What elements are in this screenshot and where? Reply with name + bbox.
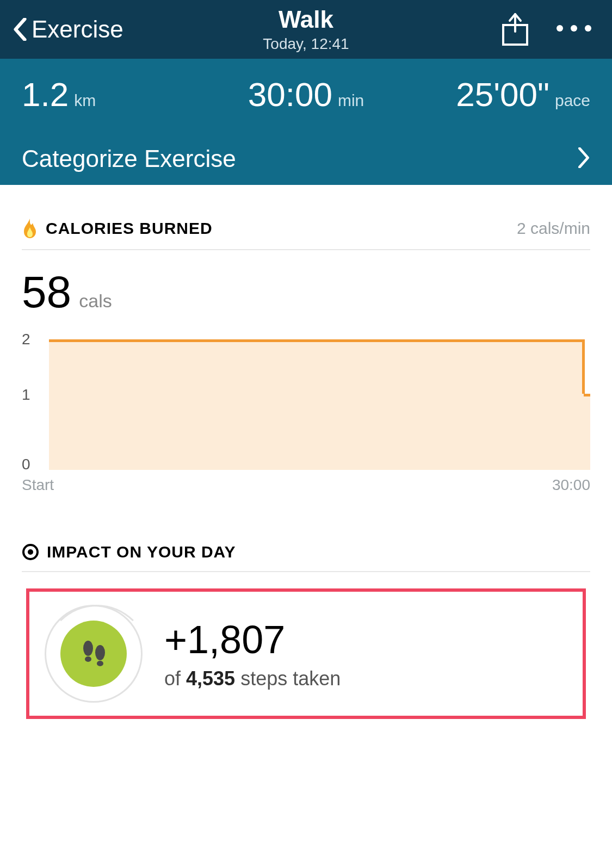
stats-row: 1.2 km 30:00 min 25'00" pace bbox=[22, 75, 590, 114]
duration-unit: min bbox=[338, 91, 364, 110]
share-button[interactable] bbox=[500, 12, 530, 47]
of-word: of bbox=[164, 667, 181, 690]
footsteps-icon bbox=[76, 636, 111, 671]
svg-point-7 bbox=[97, 661, 103, 666]
calories-chart: 2 1 0 bbox=[22, 334, 590, 470]
impact-header: IMPACT ON YOUR DAY bbox=[22, 543, 590, 572]
chevron-right-icon bbox=[577, 147, 590, 170]
categorize-label: Categorize Exercise bbox=[22, 145, 236, 172]
distance-value: 1.2 bbox=[22, 75, 69, 114]
impact-title: IMPACT ON YOUR DAY bbox=[47, 543, 236, 561]
app-header: Exercise Walk Today, 12:41 bbox=[0, 0, 612, 59]
plot-area bbox=[49, 334, 590, 470]
chart-xlabels: Start 30:00 bbox=[22, 476, 590, 494]
svg-point-6 bbox=[95, 645, 105, 660]
back-button[interactable]: Exercise bbox=[0, 16, 123, 43]
calories-total: 58 cals bbox=[22, 250, 590, 334]
steps-suffix: steps taken bbox=[240, 667, 341, 690]
svg-point-5 bbox=[85, 656, 91, 662]
svg-point-4 bbox=[83, 641, 93, 656]
ytick-0: 0 bbox=[22, 456, 30, 473]
chevron-left-icon bbox=[13, 18, 27, 41]
pace-value: 25'00" bbox=[456, 75, 549, 114]
stat-distance: 1.2 km bbox=[22, 75, 197, 114]
ytick-2: 2 bbox=[22, 331, 30, 348]
calories-section: CALORIES BURNED 2 cals/min 58 cals 2 1 0… bbox=[0, 185, 612, 494]
impact-text: +1,807 of 4,535 steps taken bbox=[164, 617, 341, 690]
calories-unit: cals bbox=[79, 290, 112, 312]
calories-header: CALORIES BURNED 2 cals/min bbox=[22, 218, 590, 250]
ytick-1: 1 bbox=[22, 386, 30, 404]
dot-icon bbox=[585, 25, 591, 32]
distance-unit: km bbox=[74, 91, 96, 110]
flame-icon bbox=[22, 218, 38, 239]
pace-unit: pace bbox=[555, 91, 590, 110]
impact-section: IMPACT ON YOUR DAY +1,807 of 4,535 steps… bbox=[0, 494, 612, 719]
steps-icon-bg bbox=[60, 621, 127, 687]
xlabel-end: 30:00 bbox=[552, 476, 590, 494]
categorize-exercise-row[interactable]: Categorize Exercise bbox=[22, 145, 590, 172]
area-dropline bbox=[582, 339, 585, 394]
more-button[interactable] bbox=[557, 25, 591, 32]
impact-steps-card[interactable]: +1,807 of 4,535 steps taken bbox=[26, 588, 586, 719]
area-fill bbox=[49, 339, 584, 470]
total-steps: 4,535 bbox=[186, 667, 235, 690]
back-label: Exercise bbox=[32, 16, 123, 43]
steps-progress-ring bbox=[45, 605, 143, 703]
calories-title: CALORIES BURNED bbox=[46, 219, 213, 238]
target-icon bbox=[22, 543, 39, 561]
stats-band: 1.2 km 30:00 min 25'00" pace Categorize … bbox=[0, 59, 612, 185]
steps-total-line: of 4,535 steps taken bbox=[164, 667, 341, 690]
dot-icon bbox=[557, 25, 563, 32]
duration-value: 30:00 bbox=[248, 75, 332, 114]
area-dropfill bbox=[584, 394, 590, 470]
share-icon bbox=[500, 12, 530, 47]
svg-point-3 bbox=[28, 549, 33, 555]
stat-duration: 30:00 min bbox=[219, 75, 394, 114]
stat-pace: 25'00" pace bbox=[415, 75, 590, 114]
dot-icon bbox=[571, 25, 577, 32]
calories-value: 58 bbox=[22, 266, 71, 318]
steps-added: +1,807 bbox=[164, 617, 341, 662]
xlabel-start: Start bbox=[22, 476, 54, 494]
calories-rate: 2 cals/min bbox=[517, 219, 590, 238]
